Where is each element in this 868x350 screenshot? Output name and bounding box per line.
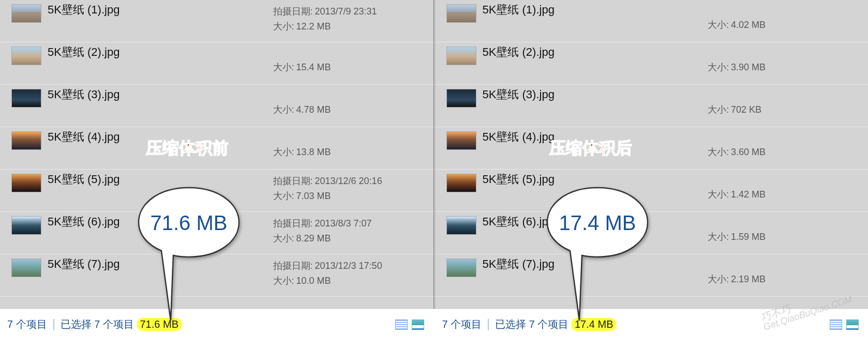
file-name: 5K壁纸 (5).jpg bbox=[483, 173, 708, 186]
status-bar-left: 7 个项目 已选择 7 个项目 71.6 MB bbox=[0, 309, 433, 340]
file-thumbnail-icon bbox=[11, 174, 41, 192]
size-value: 3.60 MB bbox=[731, 145, 766, 160]
file-thumbnail-icon bbox=[11, 4, 41, 23]
size-value: 15.4 MB bbox=[296, 60, 331, 75]
size-label: 大小: bbox=[708, 230, 729, 245]
size-label: 大小: bbox=[708, 18, 729, 33]
size-label: 大小: bbox=[273, 189, 294, 204]
file-row[interactable]: 5K壁纸 (3).jpg大小:702 KB bbox=[435, 85, 869, 127]
file-row[interactable]: 5K壁纸 (2).jpg大小:15.4 MB bbox=[0, 42, 433, 85]
file-name: 5K壁纸 (1).jpg bbox=[48, 3, 273, 17]
size-value: 3.90 MB bbox=[731, 60, 766, 75]
selected-count: 7 bbox=[94, 318, 100, 330]
file-thumbnail-icon bbox=[446, 131, 476, 150]
file-name: 5K壁纸 (3).jpg bbox=[483, 88, 708, 101]
file-meta: 大小:3.60 MB bbox=[708, 130, 863, 160]
file-list-before: 5K壁纸 (1).jpg拍摄日期:2013/7/9 23:31大小:12.2 M… bbox=[0, 0, 433, 309]
file-row[interactable]: 5K壁纸 (7).jpg大小:2.19 MB bbox=[435, 254, 869, 297]
file-row[interactable]: 5K壁纸 (1).jpg拍摄日期:2013/7/9 23:31大小:12.2 M… bbox=[0, 0, 433, 42]
size-label: 大小: bbox=[273, 19, 294, 34]
size-label: 大小: bbox=[708, 272, 729, 287]
size-value: 8.29 MB bbox=[296, 231, 331, 246]
file-meta: 大小:2.19 MB bbox=[708, 257, 863, 287]
total-size-highlight: 71.6 MB bbox=[137, 318, 182, 331]
file-row[interactable]: 5K壁纸 (6).jpg拍摄日期:2013/8/3 7:07大小:8.29 MB bbox=[0, 212, 433, 254]
file-meta: 大小:15.4 MB bbox=[273, 45, 428, 75]
size-label: 大小: bbox=[708, 187, 729, 202]
file-meta: 大小:13.8 MB bbox=[273, 130, 428, 160]
size-value: 4.02 MB bbox=[731, 18, 766, 33]
file-name: 5K壁纸 (6).jpg bbox=[483, 215, 708, 229]
file-meta: 拍摄日期:2013/8/3 7:07大小:8.29 MB bbox=[273, 215, 428, 246]
selected-label: 已选择 bbox=[61, 317, 92, 331]
file-thumbnail-icon bbox=[11, 89, 41, 108]
date-value: 2013/12/3 17:50 bbox=[315, 258, 382, 273]
file-row[interactable]: 5K壁纸 (4).jpg大小:13.8 MB bbox=[0, 127, 433, 170]
file-name: 5K壁纸 (1).jpg bbox=[483, 3, 708, 17]
size-value: 7.03 MB bbox=[296, 189, 331, 204]
size-value: 702 KB bbox=[731, 102, 761, 117]
item-count: 7 bbox=[7, 318, 13, 330]
size-value: 1.42 MB bbox=[731, 187, 766, 202]
view-thumbnails-icon[interactable] bbox=[846, 319, 859, 330]
file-thumbnail-icon bbox=[11, 47, 41, 65]
size-label: 大小: bbox=[273, 273, 294, 288]
file-row[interactable]: 5K壁纸 (4).jpg大小:3.60 MB bbox=[435, 127, 869, 170]
size-label: 大小: bbox=[273, 231, 294, 246]
selected-suffix: 个项目 bbox=[103, 317, 134, 331]
file-meta: 大小:4.78 MB bbox=[273, 88, 428, 117]
file-thumbnail-icon bbox=[446, 216, 476, 235]
file-row[interactable]: 5K壁纸 (1).jpg大小:4.02 MB bbox=[435, 0, 869, 42]
file-name: 5K壁纸 (7).jpg bbox=[483, 257, 708, 271]
size-label: 大小: bbox=[273, 145, 294, 160]
file-thumbnail-icon bbox=[446, 89, 476, 108]
file-name: 5K壁纸 (7).jpg bbox=[48, 257, 273, 271]
date-label: 拍摄日期: bbox=[273, 216, 313, 231]
file-name: 5K壁纸 (6).jpg bbox=[48, 215, 273, 229]
file-row[interactable]: 5K壁纸 (6).jpg大小:1.59 MB bbox=[435, 212, 869, 254]
view-thumbnails-icon[interactable] bbox=[412, 319, 424, 330]
file-row[interactable]: 5K壁纸 (2).jpg大小:3.90 MB bbox=[435, 42, 869, 85]
size-value: 10.0 MB bbox=[296, 273, 331, 288]
file-row[interactable]: 5K壁纸 (5).jpg大小:1.42 MB bbox=[435, 170, 869, 212]
file-row[interactable]: 5K壁纸 (5).jpg拍摄日期:2013/12/6 20:16大小:7.03 … bbox=[0, 170, 433, 212]
file-meta: 大小:4.02 MB bbox=[708, 3, 863, 33]
file-thumbnail-icon bbox=[11, 258, 41, 277]
date-value: 2013/12/6 20:16 bbox=[315, 174, 382, 189]
file-thumbnail-icon bbox=[11, 216, 41, 235]
separator bbox=[53, 319, 54, 330]
file-name: 5K壁纸 (2).jpg bbox=[48, 45, 273, 59]
size-value: 12.2 MB bbox=[296, 19, 331, 34]
items-label: 个项目 bbox=[451, 317, 482, 331]
file-meta: 拍摄日期:2013/12/6 20:16大小:7.03 MB bbox=[273, 173, 428, 204]
date-label: 拍摄日期: bbox=[273, 4, 313, 19]
file-meta: 拍摄日期:2013/7/9 23:31大小:12.2 MB bbox=[273, 3, 428, 34]
size-value: 1.59 MB bbox=[731, 230, 766, 245]
file-thumbnail-icon bbox=[446, 258, 476, 277]
view-details-icon[interactable] bbox=[395, 319, 408, 330]
file-thumbnail-icon bbox=[446, 174, 476, 192]
file-name: 5K壁纸 (2).jpg bbox=[483, 45, 708, 59]
file-thumbnail-icon bbox=[446, 47, 476, 65]
file-meta: 大小:3.90 MB bbox=[708, 45, 863, 75]
view-details-icon[interactable] bbox=[830, 319, 842, 330]
file-name: 5K壁纸 (5).jpg bbox=[48, 173, 273, 186]
size-value: 4.78 MB bbox=[296, 102, 331, 117]
selected-count: 7 bbox=[529, 318, 535, 330]
size-value: 2.19 MB bbox=[731, 272, 766, 287]
file-meta: 大小:1.42 MB bbox=[708, 173, 863, 202]
selected-label: 已选择 bbox=[495, 317, 526, 331]
item-count: 7 bbox=[442, 318, 448, 330]
file-row[interactable]: 5K壁纸 (7).jpg拍摄日期:2013/12/3 17:50大小:10.0 … bbox=[0, 254, 433, 297]
size-label: 大小: bbox=[273, 60, 294, 75]
file-meta: 大小:702 KB bbox=[708, 88, 863, 117]
file-row[interactable]: 5K壁纸 (3).jpg大小:4.78 MB bbox=[0, 85, 433, 127]
separator bbox=[488, 319, 489, 330]
file-name: 5K壁纸 (4).jpg bbox=[483, 130, 708, 144]
file-name: 5K壁纸 (3).jpg bbox=[48, 88, 273, 101]
file-list-after: 5K壁纸 (1).jpg大小:4.02 MB5K壁纸 (2).jpg大小:3.9… bbox=[435, 0, 869, 309]
date-value: 2013/7/9 23:31 bbox=[315, 4, 377, 19]
size-label: 大小: bbox=[708, 145, 729, 160]
file-meta: 拍摄日期:2013/12/3 17:50大小:10.0 MB bbox=[273, 257, 428, 288]
file-name: 5K壁纸 (4).jpg bbox=[48, 130, 273, 144]
